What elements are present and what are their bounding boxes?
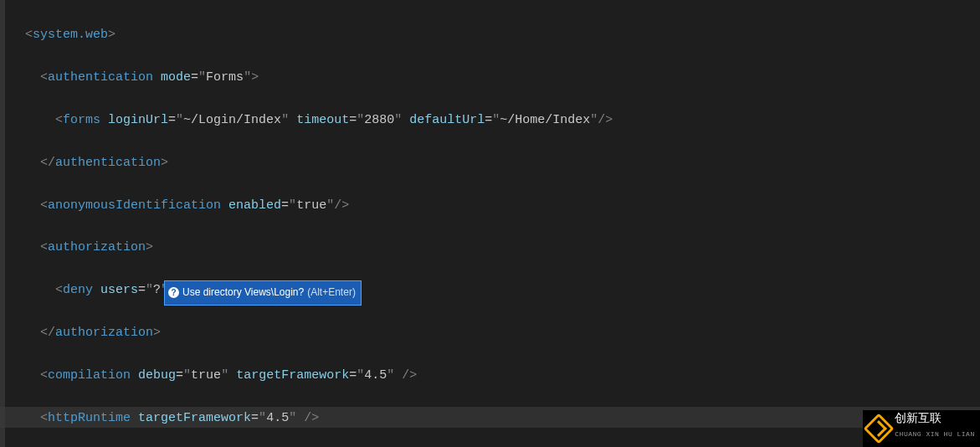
- code-line[interactable]: <compilation debug="true" targetFramewor…: [10, 365, 846, 386]
- watermark-title: 创新互联: [895, 412, 974, 424]
- help-icon: ?: [168, 287, 179, 298]
- editor-gutter: [0, 0, 5, 447]
- tooltip-text: Use directory Views\Login?: [182, 282, 304, 303]
- code-line[interactable]: </authorization>: [10, 322, 846, 343]
- watermark-subtitle: CHUANG XIN HU LIAN: [895, 424, 974, 444]
- code-line[interactable]: </authentication>: [10, 152, 846, 173]
- code-line[interactable]: <forms loginUrl="~/Login/Index" timeout=…: [10, 110, 846, 131]
- code-editor[interactable]: <system.web> <authentication mode="Forms…: [10, 3, 846, 447]
- tooltip-shortcut: (Alt+Enter): [307, 282, 356, 303]
- quick-action-tooltip[interactable]: ? Use directory Views\Login? (Alt+Enter): [164, 280, 362, 306]
- code-line[interactable]: <authorization>: [10, 237, 846, 258]
- code-line[interactable]: <httpRuntime targetFramework="4.5" />: [10, 408, 846, 429]
- code-line[interactable]: <deny users="?"/>: [10, 280, 846, 301]
- watermark-badge: 创新互联 CHUANG XIN HU LIAN: [863, 410, 980, 447]
- code-line[interactable]: <anonymousIdentification enabled="true"/…: [10, 195, 846, 216]
- code-line[interactable]: <authentication mode="Forms">: [10, 67, 846, 88]
- code-line[interactable]: <system.web>: [10, 24, 846, 45]
- watermark-logo-icon: [864, 414, 895, 444]
